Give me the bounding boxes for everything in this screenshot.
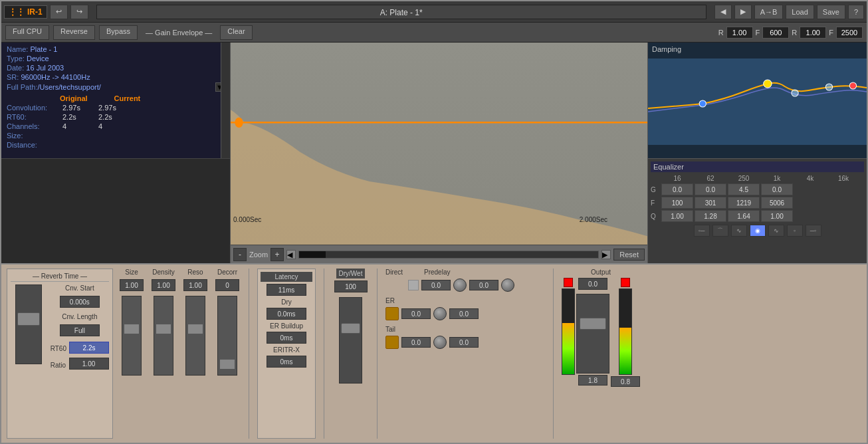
eq-g-1[interactable]: 0.0	[695, 183, 726, 195]
output-meter-left	[562, 288, 575, 375]
size-fader-thumb[interactable]	[124, 324, 140, 334]
predelay-knob[interactable]	[501, 278, 514, 292]
direct-val1[interactable]: 0.0	[421, 280, 451, 290]
name-label: Name:	[7, 45, 28, 53]
er-buildup-value[interactable]: 0ms	[267, 332, 306, 344]
undo-button[interactable]: ↩	[50, 5, 68, 19]
f1-label: F	[756, 29, 760, 37]
drywet-value[interactable]: 100	[334, 280, 368, 292]
r1-input[interactable]	[726, 27, 753, 39]
direct-knob[interactable]	[453, 278, 467, 292]
scroll-left-button[interactable]: ◀	[286, 250, 296, 259]
rt60-value[interactable]: 2.2s	[69, 342, 109, 354]
size-section: Size 1.00	[118, 269, 145, 439]
direct-row: 0.0 0.0	[385, 278, 545, 292]
eq-type-2[interactable]: ⌒	[712, 225, 728, 237]
eq-type-7[interactable]: ─◦	[806, 225, 821, 237]
save-button[interactable]: Save	[817, 5, 845, 19]
direct-val2[interactable]: 0.0	[469, 280, 498, 290]
eq-type-5[interactable]: ∿	[768, 225, 784, 237]
cnv-start-value[interactable]: 0.000s	[60, 296, 100, 308]
decorr-value[interactable]: 0	[215, 279, 239, 291]
prev-button[interactable]: ◀	[714, 5, 732, 19]
scroll-right-button[interactable]: ▶	[601, 250, 611, 259]
eq-q-0[interactable]: 1.00	[661, 210, 693, 222]
eq-f-0[interactable]: 100	[661, 197, 693, 209]
help-button[interactable]: ?	[848, 5, 864, 19]
eq-f-3[interactable]: 5006	[761, 197, 793, 209]
decorr-fader[interactable]	[217, 296, 237, 376]
reso-fader-thumb[interactable]	[187, 324, 203, 334]
cnv-length-value[interactable]: Full	[60, 324, 100, 336]
info-scrollbar[interactable]	[221, 43, 230, 158]
zoom-minus-button[interactable]: -	[233, 248, 247, 261]
decorr-fader-thumb[interactable]	[219, 359, 235, 370]
output-value[interactable]: 0.0	[578, 278, 607, 290]
er-knob[interactable]	[433, 307, 447, 320]
reso-value[interactable]: 1.00	[183, 279, 207, 291]
drywet-fader-thumb[interactable]	[341, 323, 360, 334]
eq-g-2[interactable]: 4.5	[728, 183, 760, 195]
load-button[interactable]: Load	[786, 5, 814, 19]
fullcpu-button[interactable]: Full CPU	[5, 25, 49, 40]
eritrx-value[interactable]: 0ms	[267, 356, 306, 368]
date-value: 16 Jul 2003	[26, 64, 64, 72]
density-fader[interactable]	[154, 296, 173, 376]
eq-g-3[interactable]: 0.0	[761, 183, 793, 195]
output-val2[interactable]: 0.8	[611, 376, 640, 387]
tail-knob[interactable]	[433, 336, 447, 349]
er-val1[interactable]: 0.0	[401, 308, 431, 319]
drywet-fader[interactable]	[339, 297, 362, 384]
latency-value[interactable]: 11ms	[267, 284, 306, 296]
original-col-header: Original	[60, 94, 88, 102]
eq-q-3[interactable]: 1.00	[761, 210, 793, 222]
er-val2[interactable]: 0.0	[449, 308, 479, 319]
reverb-main-fader-col	[11, 284, 47, 378]
bypass-button[interactable]: Bypass	[99, 25, 138, 40]
eq-type-1[interactable]: ◦─	[694, 225, 710, 237]
density-value[interactable]: 1.00	[152, 279, 175, 291]
size-value[interactable]: 1.00	[120, 279, 144, 291]
eq-type-4[interactable]: ◉	[750, 225, 766, 237]
r2-input[interactable]	[800, 27, 826, 39]
reset-button[interactable]: Reset	[613, 249, 645, 261]
divider-1	[249, 269, 249, 439]
output-fader-thumb[interactable]	[580, 318, 606, 330]
f2-input[interactable]	[836, 27, 863, 39]
redo-button[interactable]: ↪	[70, 5, 88, 19]
eritrx-label: ERITR-X	[261, 346, 312, 354]
f1-input[interactable]	[762, 27, 789, 39]
eq-q-1[interactable]: 1.28	[695, 210, 726, 222]
density-fader-thumb[interactable]	[156, 324, 171, 334]
rf-controls: R F R F	[718, 27, 863, 39]
eq-freq-16k: 16k	[827, 175, 859, 182]
output-fader[interactable]	[576, 294, 609, 374]
clear-button[interactable]: Clear	[220, 25, 252, 40]
dry-value[interactable]: 0.0ms	[267, 308, 306, 320]
eq-freq-16: 16	[661, 175, 693, 182]
eq-g-0[interactable]: 0.0	[661, 183, 693, 195]
name-value: Plate - 1	[30, 45, 57, 53]
eq-f-1[interactable]: 301	[695, 197, 726, 209]
channels-label: Channels:	[7, 122, 60, 130]
output-val1[interactable]: 1.8	[578, 375, 607, 386]
eq-type-6[interactable]: ◦	[787, 225, 803, 237]
direct-checkbox[interactable]	[408, 280, 419, 290]
eq-type-3[interactable]: ∿	[731, 225, 747, 237]
reso-fader[interactable]	[185, 296, 205, 376]
tail-val1[interactable]: 0.0	[401, 337, 431, 348]
scrollbar-track[interactable]	[298, 251, 599, 259]
reverb-main-fader[interactable]	[15, 284, 42, 364]
tail-val2[interactable]: 0.0	[449, 337, 479, 348]
zoom-plus-button[interactable]: +	[271, 248, 284, 261]
reverse-button[interactable]: Reverse	[53, 25, 95, 40]
eq-q-2[interactable]: 1.64	[728, 210, 760, 222]
scrollbar-thumb[interactable]	[299, 251, 326, 258]
size-fader[interactable]	[122, 296, 142, 376]
reverb-main-fader-thumb[interactable]	[17, 312, 40, 326]
waveform-display: 0.000Sec 2.000Sec	[231, 43, 647, 245]
ab-button[interactable]: A→B	[754, 5, 784, 19]
ratio-value[interactable]: 1.00	[69, 358, 109, 370]
next-button[interactable]: ▶	[734, 5, 752, 19]
eq-f-2[interactable]: 1219	[728, 197, 760, 209]
